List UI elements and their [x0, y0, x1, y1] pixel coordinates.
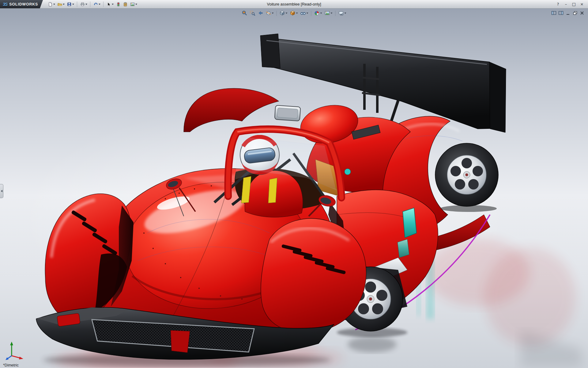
solidworks-window: 3S SOLIDWORKS [0, 0, 588, 368]
dropdown-caret-icon [272, 13, 274, 14]
zoom-to-area-button[interactable] [249, 10, 256, 16]
dropdown-caret-icon [331, 13, 333, 14]
new-document-icon [48, 2, 53, 7]
undo-button[interactable] [92, 1, 101, 7]
doc-close-button[interactable] [579, 10, 585, 16]
appearance-ball-icon [314, 10, 320, 16]
dropdown-caret-icon [63, 4, 65, 5]
car-model[interactable] [36, 34, 506, 359]
toolbar-separator [77, 2, 77, 7]
section-view-button[interactable] [265, 10, 275, 16]
options-button[interactable] [129, 1, 138, 7]
dropdown-caret-icon [320, 13, 322, 14]
view-settings-button[interactable] [337, 10, 347, 16]
zoom-to-fit-icon [242, 10, 247, 16]
eyeglasses-icon [300, 10, 306, 16]
dropdown-caret-icon [85, 4, 87, 5]
minimize-button[interactable]: – [562, 1, 570, 7]
print-icon [80, 2, 85, 7]
rebuild-button[interactable] [115, 1, 121, 7]
select-button[interactable] [106, 1, 114, 7]
rebuild-stoplight-icon [116, 2, 121, 7]
previous-view-button[interactable] [257, 10, 264, 16]
apply-scene-button[interactable] [324, 10, 334, 16]
save-button[interactable] [66, 1, 75, 7]
save-floppy-icon [67, 2, 72, 7]
print-button[interactable] [79, 1, 88, 7]
doc-minimize-button[interactable] [565, 10, 571, 16]
maximize-button[interactable]: □ [570, 1, 578, 7]
graphics-area[interactable]: *Dimetric [0, 9, 588, 368]
toolbar-separator [277, 11, 277, 16]
pane-left-button[interactable] [551, 10, 557, 16]
pane-right-icon [558, 11, 564, 15]
feature-pane-collapse-tab[interactable] [0, 184, 3, 198]
dropdown-caret-icon [99, 4, 100, 5]
dropdown-caret-icon [286, 13, 288, 14]
pane-right-button[interactable] [558, 10, 564, 16]
view-orientation-cube-icon [280, 10, 285, 16]
dropdown-caret-icon [345, 13, 346, 14]
dropdown-caret-icon [53, 4, 55, 5]
new-document-button[interactable] [47, 1, 56, 7]
options-image-icon [130, 2, 135, 7]
zoom-to-area-icon [250, 10, 255, 16]
window-controls: ? – □ × [554, 1, 588, 7]
3ds-logo-mark: 3S [3, 2, 7, 7]
file-properties-button[interactable] [122, 1, 128, 7]
hide-show-items-button[interactable] [300, 10, 309, 16]
toolbar-separator [311, 11, 311, 16]
section-view-icon [266, 10, 271, 16]
solidworks-logo: 3S SOLIDWORKS [0, 0, 43, 8]
3d-viewport-canvas[interactable] [0, 9, 588, 368]
doc-restore-button[interactable] [572, 10, 578, 16]
scene-photo-icon [325, 10, 330, 16]
toolbar-separator [90, 2, 90, 7]
display-style-icon [290, 10, 296, 16]
clipboard-icon [123, 2, 128, 7]
view-orientation-button[interactable] [279, 10, 288, 16]
document-window-controls [551, 10, 585, 16]
orientation-triad [5, 340, 26, 361]
undo-arrow-icon [93, 2, 98, 7]
dropdown-caret-icon [72, 4, 74, 5]
close-icon [580, 11, 584, 15]
restore-icon [573, 11, 577, 15]
pane-left-icon [551, 11, 556, 15]
title-bar: 3S SOLIDWORKS [0, 0, 588, 9]
dropdown-caret-icon [307, 13, 308, 14]
display-style-button[interactable] [289, 10, 299, 16]
minimize-icon [566, 11, 570, 15]
toolbar-separator [103, 2, 104, 7]
harness-strap [268, 178, 277, 203]
open-folder-icon [57, 2, 62, 7]
toolbar-separator [335, 11, 336, 16]
heads-up-view-toolbar [241, 10, 347, 16]
view-settings-icon [338, 10, 344, 16]
dropdown-caret-icon [296, 13, 298, 14]
previous-view-icon [258, 10, 263, 16]
rear-wheel[interactable] [435, 143, 498, 206]
chevron-left-icon [1, 190, 2, 192]
z-axis [7, 356, 12, 359]
document-title: Voiture assemblee [Read-only] [267, 2, 321, 6]
help-button[interactable]: ? [554, 1, 562, 7]
dropdown-caret-icon [135, 4, 137, 5]
central-mirror[interactable] [274, 105, 300, 121]
solidworks-logo-text: SOLIDWORKS [9, 2, 38, 6]
dropdown-caret-icon [112, 4, 114, 5]
side-window-lower[interactable] [398, 239, 409, 258]
select-cursor-icon [106, 2, 111, 7]
zoom-to-fit-button[interactable] [241, 10, 248, 16]
standard-toolbar [43, 1, 138, 7]
close-button[interactable]: × [578, 1, 586, 7]
edit-appearance-button[interactable] [313, 10, 323, 16]
side-window[interactable] [403, 208, 417, 238]
orientation-label: *Dimetric [3, 363, 19, 367]
open-button[interactable] [57, 1, 65, 7]
